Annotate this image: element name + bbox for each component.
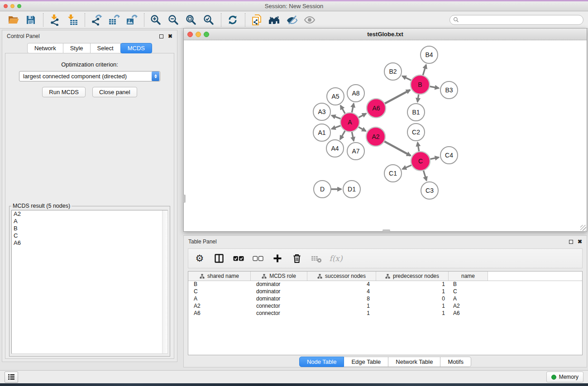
tab-network[interactable]: Network [27, 43, 63, 53]
table-cell[interactable]: connector [251, 310, 307, 317]
tab-network-table[interactable]: Network Table [388, 357, 440, 367]
table-row[interactable]: A6connector11A6 [188, 310, 582, 317]
tab-node-table[interactable]: Node Table [299, 357, 344, 367]
column-header-predecessor-nodes[interactable]: predecessor nodes [376, 272, 449, 281]
tab-edge-table[interactable]: Edge Table [344, 357, 388, 367]
table-cell[interactable]: B [449, 281, 488, 288]
mcds-result-item[interactable]: A2 [12, 210, 167, 218]
deselect-all-button[interactable] [252, 253, 264, 264]
graph-node-A8[interactable]: A8 [347, 85, 364, 102]
mcds-result-item[interactable]: B [12, 225, 167, 232]
window-resize-grip[interactable] [580, 225, 586, 231]
column-header-successor-nodes[interactable]: successor nodes [307, 272, 376, 281]
task-history-button[interactable] [5, 372, 18, 383]
graph-node-C3[interactable]: C3 [421, 182, 438, 199]
table-cell[interactable]: 1 [376, 303, 449, 310]
graph-node-D[interactable]: D [314, 181, 331, 198]
graph-node-B3[interactable]: B3 [440, 81, 458, 99]
table-cell[interactable]: dominator [251, 281, 307, 288]
table-cell[interactable]: A6 [449, 310, 488, 317]
close-panel-icon[interactable]: ✖ [168, 34, 172, 38]
table-cell[interactable]: 1 [307, 303, 376, 310]
export-image-button[interactable] [125, 13, 139, 27]
show-columns-button[interactable] [213, 253, 225, 264]
network-vertical-scroll-thumb[interactable] [183, 195, 186, 203]
table-cell[interactable]: 1 [376, 310, 449, 317]
graph-node-B4[interactable]: B4 [421, 46, 438, 63]
network-canvas[interactable]: B4B2BB3A8A5A6A3B1AA1C2A2A4A7C4CC1DD1C3 [184, 40, 587, 231]
column-header-name[interactable]: name [449, 272, 488, 281]
graph-node-A7[interactable]: A7 [347, 143, 364, 160]
zoom-out-button[interactable] [167, 13, 180, 27]
graph-node-B2[interactable]: B2 [384, 63, 402, 80]
search-input[interactable] [449, 15, 583, 25]
table-cell[interactable]: connector [251, 303, 307, 310]
network-horizontal-scroll-thumb[interactable] [382, 229, 390, 232]
table-cell[interactable]: C [188, 288, 251, 295]
create-column-button[interactable] [272, 253, 283, 264]
zoom-selected-button[interactable] [202, 13, 215, 27]
table-cell[interactable]: dominator [251, 288, 307, 295]
zoom-fit-button[interactable] [184, 13, 198, 27]
table-cell[interactable]: A [188, 295, 251, 303]
run-mcds-button[interactable]: Run MCDS [42, 87, 86, 97]
memory-button[interactable]: Memory [546, 372, 583, 382]
tab-select[interactable]: Select [91, 43, 121, 53]
graph-node-A6[interactable]: A6 [367, 99, 386, 118]
graph-node-A5[interactable]: A5 [327, 88, 344, 105]
column-header-shared-name[interactable]: shared name [188, 272, 251, 281]
table-cell[interactable]: dominator [251, 295, 307, 303]
table-row[interactable]: Bdominator41B [188, 281, 582, 288]
import-table-button[interactable] [66, 13, 79, 27]
duplicate-network-button[interactable] [250, 13, 263, 27]
table-cell[interactable]: 1 [307, 310, 376, 317]
export-table-button[interactable] [107, 13, 121, 27]
table-cell[interactable]: A2 [449, 303, 488, 310]
tab-style[interactable]: Style [63, 43, 91, 53]
table-cell[interactable]: 1 [376, 281, 449, 288]
criterion-select[interactable]: largest connected component (directed) [19, 71, 160, 81]
float-panel-icon[interactable] [569, 240, 573, 244]
close-panel-icon[interactable]: ✖ [578, 239, 582, 244]
table-cell[interactable]: A2 [188, 303, 251, 310]
table-cell[interactable]: 8 [307, 295, 376, 303]
open-session-button[interactable] [6, 13, 20, 27]
list-scrollbar[interactable] [162, 210, 167, 353]
export-network-button[interactable] [90, 13, 103, 27]
table-settings-button[interactable]: ⚙ [194, 253, 206, 264]
home-networks-button[interactable] [268, 13, 281, 27]
table-row[interactable]: Adominator80A [188, 295, 582, 303]
delete-column-button[interactable] [291, 253, 303, 264]
table-cell[interactable]: 4 [307, 281, 376, 288]
tab-mcds[interactable]: MCDS [120, 43, 152, 53]
graph-node-C4[interactable]: C4 [440, 147, 458, 164]
hide-eye-button[interactable] [285, 13, 299, 27]
graph-node-A1[interactable]: A1 [313, 124, 330, 141]
zoom-in-button[interactable] [149, 13, 163, 27]
select-all-button[interactable] [233, 253, 244, 264]
table-cell[interactable]: A [449, 295, 488, 303]
table-cell[interactable]: C [449, 288, 488, 295]
mcds-result-item[interactable]: A6 [12, 239, 167, 247]
table-row[interactable]: A2connector11A2 [188, 303, 582, 310]
table-row[interactable]: Cdominator41C [188, 288, 582, 295]
table-cell[interactable]: 1 [376, 288, 449, 295]
mcds-result-item[interactable]: C [12, 232, 167, 239]
graph-node-A[interactable]: A [340, 113, 359, 132]
refresh-layout-button[interactable] [226, 13, 239, 27]
table-cell[interactable]: B [188, 281, 251, 288]
graph-node-C1[interactable]: C1 [384, 165, 402, 182]
graph-node-D1[interactable]: D1 [343, 181, 360, 198]
graph-node-C2[interactable]: C2 [407, 124, 425, 141]
graph-node-A4[interactable]: A4 [326, 140, 344, 157]
graph-node-C[interactable]: C [411, 152, 430, 171]
table-cell[interactable]: A6 [188, 310, 251, 317]
graph-node-B1[interactable]: B1 [407, 104, 425, 121]
graph-node-B[interactable]: B [411, 75, 430, 94]
mcds-result-item[interactable]: A [12, 218, 167, 225]
save-session-button[interactable] [24, 13, 38, 27]
table-cell[interactable]: 0 [376, 295, 449, 303]
column-header-mcds-role[interactable]: MCDS role [251, 272, 307, 281]
graph-node-A2[interactable]: A2 [366, 127, 385, 146]
graph-node-A3[interactable]: A3 [313, 103, 330, 120]
